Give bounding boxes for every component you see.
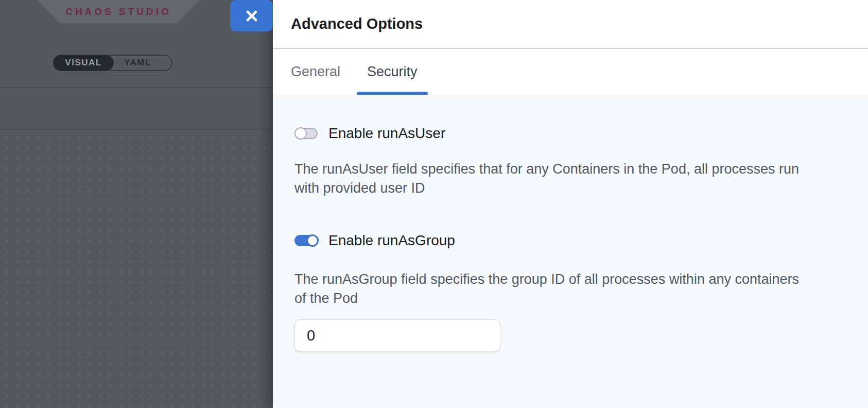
runasgroup-value-input[interactable]	[294, 319, 500, 351]
runasuser-row: Enable runAsUser	[294, 126, 843, 141]
runasuser-label: Enable runAsUser	[328, 125, 445, 142]
runasuser-toggle[interactable]	[294, 128, 318, 139]
advanced-options-drawer: Advanced Options General Security Enable…	[273, 0, 868, 408]
security-tab-panel: Enable runAsUser The runAsUser field spe…	[273, 95, 868, 408]
runasgroup-row: Enable runAsGroup	[294, 233, 843, 248]
drawer-scrim[interactable]	[0, 0, 273, 408]
app-root: CHAOS STUDIO YAML VISUAL Advanced Option…	[0, 0, 868, 408]
runasuser-description: The runAsUser field specifies that for a…	[294, 160, 812, 198]
runasgroup-toggle[interactable]	[294, 235, 318, 246]
drawer-title: Advanced Options	[291, 15, 847, 32]
tab-security[interactable]: Security	[357, 49, 428, 95]
chaos-studio-canvas: CHAOS STUDIO YAML VISUAL	[0, 0, 273, 408]
close-button[interactable]	[230, 0, 273, 31]
drawer-header: Advanced Options	[273, 0, 868, 49]
runasuser-toggle-knob	[294, 127, 307, 140]
runasgroup-description: The runAsGroup field specifies the group…	[294, 270, 812, 308]
tab-general[interactable]: General	[281, 49, 351, 95]
close-icon	[244, 8, 259, 24]
runasgroup-toggle-knob	[306, 234, 319, 247]
runasgroup-label: Enable runAsGroup	[328, 232, 455, 249]
drawer-tabs: General Security	[273, 49, 868, 95]
